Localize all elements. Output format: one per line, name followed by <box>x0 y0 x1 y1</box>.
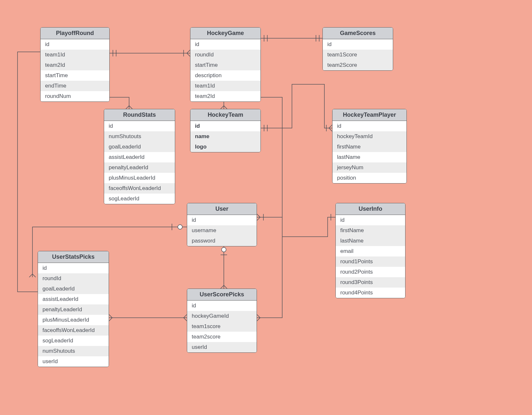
field: team2Id <box>41 60 109 70</box>
field: round4Points <box>336 288 405 298</box>
field: id <box>38 263 109 273</box>
field: team1Id <box>41 50 109 60</box>
field: team1Id <box>190 81 260 91</box>
entity-playoffround: PlayoffRound id team1Id team2Id startTim… <box>40 27 110 102</box>
field: hockeyTeamId <box>332 131 406 142</box>
field: password <box>187 236 257 246</box>
entity-title: PlayoffRound <box>41 28 109 39</box>
field: goalLeaderId <box>104 142 175 152</box>
entity-title: UserScorePicks <box>187 289 257 301</box>
entity-title: RoundStats <box>104 109 175 121</box>
field: faceoffsWonLeaderId <box>38 325 109 336</box>
field: id <box>187 215 257 225</box>
field: roundId <box>38 273 109 284</box>
field: round3Points <box>336 277 405 288</box>
field: team2score <box>187 332 257 342</box>
field: description <box>190 70 260 81</box>
entity-userinfo: UserInfo id firstName lastName email rou… <box>335 203 405 298</box>
field: sogLeaderId <box>38 336 109 346</box>
entity-title: GameScores <box>323 28 393 39</box>
field: endTime <box>41 81 109 91</box>
field: numShutouts <box>38 346 109 356</box>
field: hockeyGameId <box>187 311 257 321</box>
entity-title: HockeyGame <box>190 28 260 39</box>
entity-hockeyteamplayer: HockeyTeamPlayer id hockeyTeamId firstNa… <box>332 109 407 184</box>
svg-point-14 <box>178 225 182 229</box>
field: lastName <box>332 152 406 162</box>
entity-userstatspicks: UserStatsPicks id roundId goalLeaderId a… <box>38 251 109 367</box>
svg-point-12 <box>222 247 226 252</box>
field: firstName <box>332 142 406 152</box>
field: logo <box>190 142 260 152</box>
entity-hockeyteam: HockeyTeam id name logo <box>190 109 261 152</box>
entity-user: User id username password <box>187 203 257 246</box>
entity-title: UserInfo <box>336 203 405 215</box>
field: id <box>332 121 406 131</box>
field: id <box>41 39 109 50</box>
field: id <box>104 121 175 131</box>
field: penaltyLeaderId <box>38 304 109 315</box>
field: team1Score <box>323 50 393 60</box>
field: plusMinusLeaderId <box>38 315 109 325</box>
field: penaltyLeaderId <box>104 162 175 173</box>
field: id <box>190 121 260 131</box>
field: id <box>190 39 260 50</box>
field: plusMinusLeaderId <box>104 173 175 183</box>
field: goalLeaderId <box>38 284 109 294</box>
field: team2Id <box>190 91 260 101</box>
field: username <box>187 225 257 236</box>
field: roundId <box>190 50 260 60</box>
entity-title: User <box>187 203 257 215</box>
entity-hockeygame: HockeyGame id roundId startTime descript… <box>190 27 261 102</box>
field: id <box>187 301 257 311</box>
field: numShutouts <box>104 131 175 142</box>
field: team1score <box>187 321 257 332</box>
entity-roundstats: RoundStats id numShutouts goalLeaderId a… <box>104 109 175 204</box>
field: sogLeaderId <box>104 194 175 204</box>
entity-title: HockeyTeamPlayer <box>332 109 406 121</box>
entity-userscorepicks: UserScorePicks id hockeyGameId team1scor… <box>187 289 257 353</box>
field: round2Points <box>336 267 405 277</box>
entity-title: UserStatsPicks <box>38 251 109 263</box>
field: userId <box>187 342 257 352</box>
field: assistLeaderId <box>38 294 109 304</box>
field: id <box>336 215 405 225</box>
field: position <box>332 173 406 183</box>
field: jerseyNum <box>332 162 406 173</box>
field: startTime <box>41 70 109 81</box>
field: firstName <box>336 225 405 236</box>
field: email <box>336 246 405 256</box>
field: userId <box>38 356 109 367</box>
field: round1Points <box>336 256 405 267</box>
field: startTime <box>190 60 260 70</box>
field: id <box>323 39 393 50</box>
entity-gamescores: GameScores id team1Score team2Score <box>322 27 393 71</box>
field: team2Score <box>323 60 393 70</box>
field: name <box>190 131 260 142</box>
field: roundNum <box>41 91 109 101</box>
field: lastName <box>336 236 405 246</box>
field: faceoffsWonLeaderId <box>104 183 175 194</box>
field: assistLeaderId <box>104 152 175 162</box>
entity-title: HockeyTeam <box>190 109 260 121</box>
